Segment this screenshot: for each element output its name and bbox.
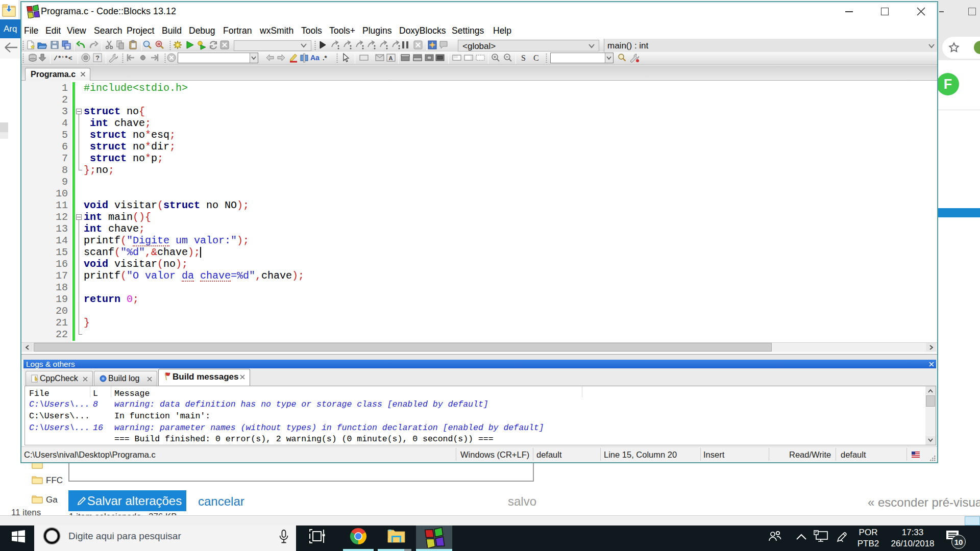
svg-text:/**: /** [54, 55, 63, 62]
svg-text:Aa: Aa [310, 54, 320, 62]
svg-text:*<: *< [64, 55, 72, 62]
svg-text:?: ? [95, 54, 100, 62]
svg-text:R: R [158, 42, 161, 46]
svg-text:A: A [389, 55, 393, 61]
svg-text:.*: .* [323, 54, 328, 62]
svg-text:S: S [521, 54, 526, 62]
svg-text:C: C [533, 54, 539, 62]
